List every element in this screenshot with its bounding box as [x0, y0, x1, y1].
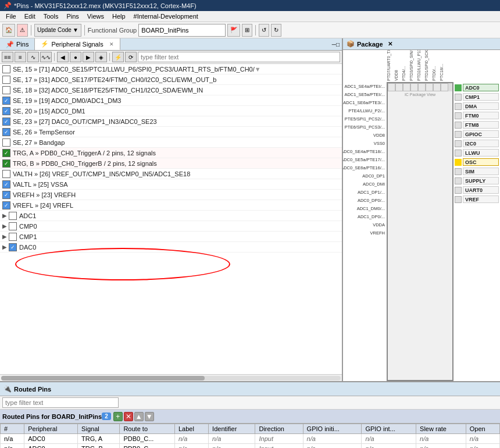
signal-se19-checkbox[interactable]: ✓ [2, 97, 10, 105]
tab-peripheral-signals[interactable]: ⚡ Peripheral Signals ✕ [35, 38, 120, 50]
package-chip[interactable]: IC Package View [387, 82, 453, 381]
comp-gpioc[interactable]: GPIOC [455, 130, 499, 138]
signal-trgb-checkbox[interactable]: ✓ [2, 159, 10, 168]
signal-se15-checkbox[interactable] [2, 65, 10, 73]
comp-cmp1[interactable]: CMP1 [455, 93, 499, 101]
group-dac0[interactable]: ▶ ✓ DAC0 [0, 242, 342, 253]
menu-pins[interactable]: Pins [63, 12, 82, 21]
comp-vref[interactable]: VREF [455, 195, 499, 204]
comp-sim-label[interactable]: SIM [463, 168, 499, 175]
comp-sim[interactable]: SIM [455, 167, 499, 176]
collapse-all-button[interactable]: ≡≡ [2, 52, 13, 62]
signal-se18[interactable]: SE, 18 » [32] ADC0_SE18/PTE25/FTM0_CH1/I… [0, 85, 342, 95]
comp-osc[interactable]: OSC [455, 158, 499, 166]
move-up-button[interactable]: ▲ [134, 412, 144, 421]
table-row[interactable]: n/a ADC0 TRG, B PDB0_C... n/a n/a Input … [1, 444, 500, 449]
nav-fwd-button[interactable]: ▶ [83, 52, 94, 62]
h-scroll-area[interactable] [0, 374, 342, 381]
move-down-button[interactable]: ▼ [145, 412, 154, 421]
table-wrapper[interactable]: # Peripheral Signal Route to Label Ident… [0, 424, 500, 448]
settings-btn[interactable]: ◈ [95, 52, 107, 62]
comp-i2c0[interactable]: I2C0 [455, 139, 499, 148]
h-scroll-track[interactable] [1, 376, 341, 381]
comp-i2c0-label[interactable]: I2C0 [463, 140, 499, 147]
signal-se18-checkbox[interactable] [2, 86, 10, 94]
signal-valth-checkbox[interactable] [2, 170, 10, 178]
signal-se26-checkbox[interactable]: ✓ [2, 128, 10, 136]
group-adc1[interactable]: ▶ ADC1 [0, 211, 342, 221]
comp-gpioc-label[interactable]: GPIOC [463, 130, 499, 138]
signal-trga-checkbox[interactable]: ✓ [2, 149, 10, 157]
h-scroll-thumb[interactable] [1, 376, 205, 381]
signal-se17-checkbox[interactable] [2, 76, 10, 84]
comp-llwu-label[interactable]: LLWU [463, 149, 499, 157]
routed-filter-input[interactable] [2, 397, 119, 408]
signal-trgb[interactable]: ✓ TRG, B » PDB0_CH0_TriggerB / 2 pins, 1… [0, 158, 342, 169]
signal-se20-checkbox[interactable]: ✓ [2, 107, 10, 115]
comp-ftm0[interactable]: FTM0 [455, 111, 499, 120]
comp-ftm0-label[interactable]: FTM0 [463, 112, 499, 119]
menu-edit[interactable]: Edit [21, 12, 39, 21]
close-tab-icon[interactable]: ✕ [109, 41, 114, 47]
maximize-panel-button[interactable]: □ [336, 41, 340, 48]
signal-se23[interactable]: ✓ SE, 23 » [27] DAC0_OUT/CMP1_IN3/ADC0_S… [0, 116, 342, 127]
signal-se27-checkbox[interactable] [2, 138, 10, 147]
comp-adc0-label[interactable]: ADC0 [463, 84, 499, 91]
signal-valtl-checkbox[interactable]: ✓ [2, 180, 10, 189]
flag-button[interactable]: 🚩 [227, 24, 240, 37]
grid-button[interactable]: ⊞ [242, 24, 252, 37]
comp-llwu[interactable]: LLWU [455, 148, 499, 157]
menu-file[interactable]: File [2, 12, 20, 21]
dac0-checkbox[interactable]: ✓ [9, 243, 17, 251]
signal-vrefl[interactable]: ✓ VREFL » [24] VREFL [0, 200, 342, 211]
signal-filter-input[interactable] [138, 52, 340, 62]
flash-button[interactable]: ⚡ [112, 52, 124, 62]
group-cmp1[interactable]: ▶ CMP1 [0, 232, 342, 242]
comp-ftm8[interactable]: FTM8 [455, 120, 499, 129]
undo-button[interactable]: ↺ [259, 24, 269, 37]
comp-dma-label[interactable]: DMA [463, 102, 499, 110]
update-code-button[interactable]: Update Code ▼ [34, 24, 81, 37]
remove-routed-button[interactable]: ✕ [124, 412, 133, 421]
comp-uart0-label[interactable]: UART0 [463, 186, 499, 194]
expand-all-button[interactable]: ≡ [15, 52, 26, 62]
signal-se27[interactable]: SE, 27 » Bandgap [0, 137, 342, 148]
signal-trga[interactable]: ✓ TRG, A » PDB0_CH0_TriggerA / 2 pins, 1… [0, 148, 342, 158]
toggle-btn1[interactable]: ∿ [27, 52, 39, 62]
comp-cmp1-label[interactable]: CMP1 [463, 93, 499, 101]
comp-supply-label[interactable]: SUPPLY [463, 177, 499, 184]
comp-adc0[interactable]: ADC0 [455, 83, 499, 92]
group-cmp0[interactable]: ▶ CMP0 [0, 221, 342, 232]
home-button[interactable]: 🏠 [2, 24, 15, 37]
signal-list[interactable]: SE, 15 » [71] ADC0_SE15/PTC1/LLWU_P6/SPI… [0, 64, 342, 374]
comp-vref-label[interactable]: VREF [463, 195, 499, 203]
signal-se19[interactable]: ✓ SE, 19 » [19] ADC0_DM0/ADC1_DM3 [0, 95, 342, 106]
signal-se15[interactable]: SE, 15 » [71] ADC0_SE15/PTC1/LLWU_P6/SPI… [0, 64, 342, 74]
signal-se23-checkbox[interactable]: ✓ [2, 118, 10, 126]
signal-vrefh-checkbox[interactable]: ✓ [2, 191, 10, 199]
menu-help[interactable]: Help [109, 12, 129, 21]
table-row[interactable]: n/a ADC0 TRG, A PDB0_C... n/a n/a Input … [1, 434, 500, 444]
signal-se17[interactable]: SE, 17 » [31] ADC0_SE17/PTE24/FTM0_CH0/I… [0, 74, 342, 85]
signal-valth[interactable]: VALTH » [26] VREF_OUT/CMP1_IN5/CMP0_IN5/… [0, 169, 342, 179]
toggle-btn2[interactable]: ∿∿ [40, 52, 52, 62]
func-group-input[interactable] [138, 24, 226, 37]
add-routed-button[interactable]: + [113, 412, 123, 421]
cmp0-checkbox[interactable] [9, 222, 17, 230]
comp-dma[interactable]: DMA [455, 102, 499, 111]
menu-internal-dev[interactable]: #Internal-Development [130, 12, 202, 21]
warning-button[interactable]: ⚠ [17, 24, 28, 37]
comp-ftm8-label[interactable]: FTM8 [463, 121, 499, 129]
signal-se26[interactable]: ✓ SE, 26 » TempSensor [0, 127, 342, 137]
cmp1-checkbox[interactable] [9, 233, 17, 241]
refresh-button[interactable]: ⟳ [125, 52, 137, 62]
comp-osc-label[interactable]: OSC [463, 158, 499, 166]
redo-button[interactable]: ↻ [271, 24, 281, 37]
close-package-icon[interactable]: ✕ [388, 41, 392, 47]
nav-back-button[interactable]: ◀ [57, 52, 69, 62]
adc1-checkbox[interactable] [9, 212, 17, 220]
minimize-panel-button[interactable]: ─ [332, 41, 336, 48]
tab-pins[interactable]: 📌 Pins [0, 38, 35, 50]
signal-vrefl-checkbox[interactable]: ✓ [2, 201, 10, 209]
signal-vrefh[interactable]: ✓ VREFH » [23] VREFH [0, 190, 342, 200]
